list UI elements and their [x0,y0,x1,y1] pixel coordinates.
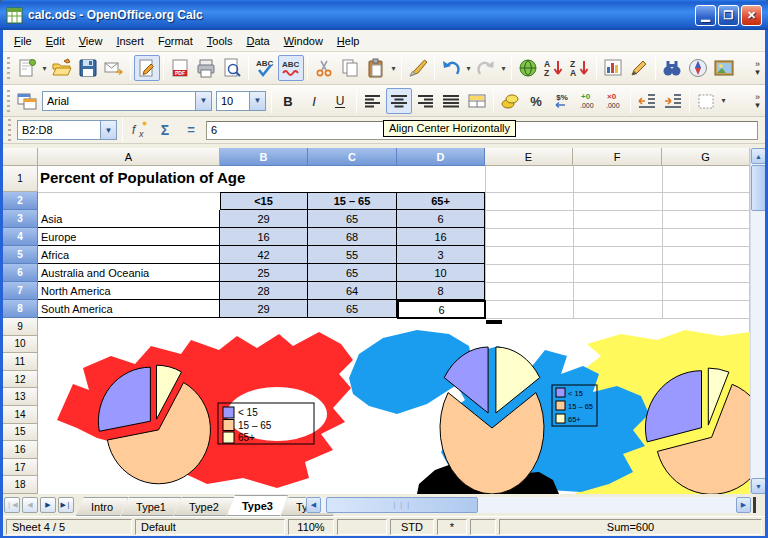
justify-button[interactable] [438,88,464,114]
email-document-button[interactable] [101,55,127,81]
save-button[interactable] [75,55,101,81]
horizontal-scroll-thumb[interactable]: ❘❘❘ [326,497,478,513]
column-header-C[interactable]: C [308,148,397,166]
row-header-4[interactable]: 4 [3,228,38,246]
column-header-A[interactable]: A [38,148,220,166]
italic-button[interactable]: I [301,88,327,114]
row-header-16[interactable]: 16 [3,441,38,459]
font-name-combo[interactable]: Arial▼ [42,91,212,111]
maximize-button[interactable]: ❐ [718,5,739,26]
spreadsheet-area[interactable]: < 15 15 – 65 65+ < 15 15 – 65 65+ ▲ [3,148,765,494]
cell-value[interactable]: 64 [308,282,397,300]
menu-edit[interactable]: Edit [39,33,72,49]
sort-ascending-button[interactable]: AZ [541,55,567,81]
export-pdf-button[interactable]: PDF [167,55,193,81]
cell-value[interactable]: 29 [220,210,308,228]
split-handle[interactable] [753,497,756,513]
cell-region-Australia-and-Oceania[interactable]: Australia and Oceania [38,264,220,282]
cell-value[interactable]: 29 [220,300,308,318]
standard-format-button[interactable]: $% [549,88,575,114]
cell-region-North-America[interactable]: North America [38,282,220,300]
menu-insert[interactable]: Insert [109,33,151,49]
vertical-scrollbar[interactable]: ▲ ▼ [750,148,765,494]
row-header-3[interactable]: 3 [3,210,38,228]
chevron-down-icon[interactable]: ▼ [100,121,116,139]
cell-value[interactable]: 28 [220,282,308,300]
column-header-E[interactable]: E [485,148,573,166]
paste-button[interactable] [363,55,389,81]
cell-value[interactable]: 16 [397,228,485,246]
row-header-9[interactable]: 9 [3,318,38,336]
spellcheck-button[interactable]: ABC [252,55,278,81]
menu-help[interactable]: Help [330,33,367,49]
cut-button[interactable] [311,55,337,81]
scroll-right-icon[interactable]: ▶ [736,497,751,513]
row-header-15[interactable]: 15 [3,424,38,442]
row-header-12[interactable]: 12 [3,371,38,389]
row-header-8[interactable]: 8 [3,300,38,318]
bold-button[interactable]: B [275,88,301,114]
last-sheet-button[interactable]: ▶❘ [58,497,74,513]
world-map-pie-chart[interactable]: < 15 15 – 65 65+ < 15 15 – 65 65+ [39,320,750,494]
function-wizard-button[interactable]: f x [126,117,152,143]
cell-value[interactable]: 65 [308,264,397,282]
font-size-combo[interactable]: 10▼ [216,91,266,111]
toolbar-grip[interactable] [7,57,10,79]
edit-file-button[interactable] [134,55,160,81]
row-header-17[interactable]: 17 [3,459,38,477]
column-header-F[interactable]: F [573,148,662,166]
redo-button[interactable] [473,55,499,81]
menu-view[interactable]: View [72,33,110,49]
new-document-dropdown-icon[interactable]: ▾ [40,64,49,73]
decrease-indent-button[interactable] [634,88,660,114]
insert-chart-button[interactable] [600,55,626,81]
cell-value[interactable]: 65 [308,300,397,318]
equals-button[interactable]: = [178,117,204,143]
vertical-scroll-thumb[interactable] [751,165,765,211]
active-cell-D8[interactable]: 6 [397,300,486,319]
cell-header-<15[interactable]: <15 [220,192,308,210]
toolbar-grip[interactable] [8,119,11,141]
chevron-down-icon[interactable]: ▼ [249,92,265,110]
row-header-11[interactable]: 11 [3,353,38,371]
toolbar-grip[interactable] [7,90,10,112]
menu-format[interactable]: Format [151,33,200,49]
row-header-5[interactable]: 5 [3,246,38,264]
menu-window[interactable]: Window [277,33,330,49]
name-box[interactable]: B2:D8 ▼ [17,120,117,140]
cell-value[interactable]: 42 [220,246,308,264]
status-insert-mode[interactable] [337,519,387,535]
cell-region-South-America[interactable]: South America [38,300,220,318]
currency-format-button[interactable] [497,88,523,114]
cell-region-Europe[interactable]: Europe [38,228,220,246]
sheet-tab-type3[interactable]: Type3 [227,495,288,516]
sum-button[interactable]: Σ [152,117,178,143]
row-header-1[interactable]: 1 [3,166,38,192]
previous-sheet-button[interactable]: ◀ [22,497,38,513]
percent-format-button[interactable]: % [523,88,549,114]
row-header-18[interactable]: 18 [3,476,38,494]
next-sheet-button[interactable]: ▶ [40,497,56,513]
navigator-button[interactable] [685,55,711,81]
column-header-G[interactable]: G [662,148,750,166]
show-draw-functions-button[interactable] [626,55,652,81]
row-header-14[interactable]: 14 [3,406,38,424]
title-bar[interactable]: calc.ods - OpenOffice.org Calc ▁ ❐ ✕ [0,0,768,30]
scroll-down-icon[interactable]: ▼ [751,478,765,494]
row-header-2[interactable]: 2 [3,192,38,210]
cell-header-15 – 65[interactable]: 15 – 65 [308,192,397,210]
chevron-down-icon[interactable]: ▼ [195,92,211,110]
undo-button[interactable] [438,55,464,81]
cell-A1-title[interactable]: Percent of Population of Age [40,169,440,189]
menu-file[interactable]: File [7,33,39,49]
cell-value[interactable]: 8 [397,282,485,300]
page-preview-button[interactable] [219,55,245,81]
find-replace-button[interactable] [659,55,685,81]
delete-decimal-button[interactable]: ×0.000 [601,88,627,114]
redo-dropdown-icon[interactable]: ▾ [499,64,508,73]
new-document-button[interactable] [14,55,40,81]
scroll-left-icon[interactable]: ◀ [306,497,321,513]
row-header-6[interactable]: 6 [3,264,38,282]
menu-tools[interactable]: Tools [200,33,240,49]
hyperlink-button[interactable] [515,55,541,81]
